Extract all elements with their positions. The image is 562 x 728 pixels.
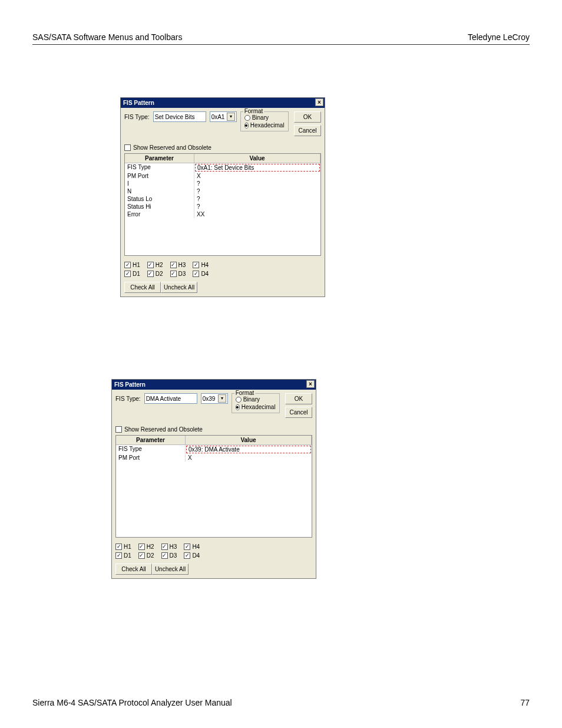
check-d4[interactable]: ✓D4 xyxy=(193,271,209,277)
check-all-button[interactable]: Check All xyxy=(115,564,152,575)
fis-hex-value: 0xA1 xyxy=(211,114,225,120)
show-reserved-label: Show Reserved and Obsolete xyxy=(124,426,203,433)
footer-right: 77 xyxy=(520,698,530,707)
check-h1[interactable]: ✓H1 xyxy=(115,543,131,550)
format-legend: Format xyxy=(234,390,256,396)
show-reserved-checkbox[interactable] xyxy=(124,144,131,151)
fis-pattern-dialog-2: FIS Pattern × FIS Type: DMA Activate 0x3… xyxy=(111,379,316,579)
cell-value: X xyxy=(194,172,320,180)
check-d2[interactable]: ✓D2 xyxy=(147,271,163,277)
ok-button[interactable]: OK xyxy=(294,111,321,123)
fis-type-combo[interactable]: Set Device Bits xyxy=(153,111,206,122)
cell-param: Status Lo xyxy=(125,195,194,203)
format-group: Format Binary Hexadecimal xyxy=(232,393,280,413)
table-row[interactable]: FIS Type0xA1: Set Device Bits xyxy=(125,163,320,172)
close-icon[interactable]: × xyxy=(315,98,323,106)
check-d3[interactable]: ✓D3 xyxy=(161,552,177,559)
fis-hex-combo[interactable]: 0xA1 ▾ xyxy=(210,111,237,122)
parameter-table: Parameter Value FIS Type0x39: DMA Activa… xyxy=(115,435,312,538)
cell-param: PM Port xyxy=(116,454,186,462)
cell-param: FIS Type xyxy=(116,445,186,454)
check-h1[interactable]: ✓H1 xyxy=(124,262,140,268)
cell-value: ? xyxy=(194,187,320,195)
check-h2[interactable]: ✓H2 xyxy=(138,543,154,550)
check-h3[interactable]: ✓H3 xyxy=(170,262,186,268)
radio-hex[interactable]: Hexadecimal xyxy=(236,404,276,410)
show-reserved-label: Show Reserved and Obsolete xyxy=(133,144,211,151)
check-h4[interactable]: ✓H4 xyxy=(193,262,209,268)
radio-hex[interactable]: Hexadecimal xyxy=(244,122,285,129)
fis-type-value: Set Device Bits xyxy=(155,114,195,120)
page-footer: Sierra M6-4 SAS/SATA Protocol Analyzer U… xyxy=(32,698,530,707)
titlebar: FIS Pattern × xyxy=(121,98,325,108)
cell-value: 0xA1: Set Device Bits xyxy=(195,164,320,172)
uncheck-all-button[interactable]: Uncheck All xyxy=(152,564,189,575)
col-parameter: Parameter xyxy=(116,436,186,444)
check-h2[interactable]: ✓H2 xyxy=(147,262,163,268)
check-d2[interactable]: ✓D2 xyxy=(138,552,154,559)
chevron-down-icon[interactable]: ▾ xyxy=(227,113,235,121)
fis-type-label: FIS Type: xyxy=(115,393,141,402)
radio-binary[interactable]: Binary xyxy=(236,396,276,403)
fis-hex-combo[interactable]: 0x39 ▾ xyxy=(201,393,228,404)
cell-param: Error xyxy=(125,210,194,218)
table-row[interactable]: PM PortX xyxy=(116,454,312,462)
header-right: Teledyne LeCroy xyxy=(468,32,530,42)
check-d3[interactable]: ✓D3 xyxy=(170,271,186,277)
parameter-table: Parameter Value FIS Type0xA1: Set Device… xyxy=(124,153,321,256)
table-row[interactable]: Status Hi? xyxy=(125,203,320,210)
fis-type-value: DMA Activate xyxy=(146,396,181,402)
cell-value: XX xyxy=(194,210,320,218)
cell-value: ? xyxy=(194,195,320,203)
table-row[interactable]: N? xyxy=(125,187,320,195)
titlebar: FIS Pattern × xyxy=(112,380,316,390)
chevron-down-icon[interactable]: ▾ xyxy=(218,394,226,403)
col-value: Value xyxy=(186,436,312,444)
table-row[interactable]: I? xyxy=(125,180,320,187)
table-row[interactable]: FIS Type0x39: DMA Activate xyxy=(116,445,312,454)
dialog-title: FIS Pattern xyxy=(123,100,154,106)
page-header: SAS/SATA Software Menus and Toolbars Tel… xyxy=(32,32,530,45)
check-d4[interactable]: ✓D4 xyxy=(184,552,200,559)
col-value: Value xyxy=(194,154,320,163)
cell-value: 0x39: DMA Activate xyxy=(186,446,311,453)
check-h3[interactable]: ✓H3 xyxy=(161,543,177,550)
format-legend: Format xyxy=(243,108,265,114)
uncheck-all-button[interactable]: Uncheck All xyxy=(161,282,197,293)
cell-param: Status Hi xyxy=(125,203,194,210)
table-row[interactable]: Status Lo? xyxy=(125,195,320,203)
fis-type-combo[interactable]: DMA Activate xyxy=(144,393,197,404)
cell-value: ? xyxy=(194,203,320,210)
close-icon[interactable]: × xyxy=(306,380,315,388)
cell-param: I xyxy=(125,180,194,187)
cell-param: N xyxy=(125,187,194,195)
header-left: SAS/SATA Software Menus and Toolbars xyxy=(32,32,182,42)
dialog-title: FIS Pattern xyxy=(114,381,146,388)
fis-hex-value: 0x39 xyxy=(203,396,216,402)
col-parameter: Parameter xyxy=(125,154,194,163)
table-row[interactable]: PM PortX xyxy=(125,172,320,180)
cell-value: X xyxy=(186,454,312,462)
cancel-button[interactable]: Cancel xyxy=(285,407,312,418)
show-reserved-checkbox[interactable] xyxy=(115,426,122,433)
cell-param: PM Port xyxy=(125,172,194,180)
ok-button[interactable]: OK xyxy=(285,393,312,404)
table-row[interactable]: ErrorXX xyxy=(125,210,320,218)
cell-param: FIS Type xyxy=(125,163,194,172)
check-h4[interactable]: ✓H4 xyxy=(184,543,200,550)
fis-pattern-dialog-1: FIS Pattern × FIS Type: Set Device Bits … xyxy=(120,97,325,297)
format-group: Format Binary Hexadecimal xyxy=(240,111,289,131)
fis-type-label: FIS Type: xyxy=(124,111,150,120)
check-d1[interactable]: ✓D1 xyxy=(124,271,140,277)
cell-value: ? xyxy=(194,180,320,187)
check-all-button[interactable]: Check All xyxy=(124,282,161,293)
radio-binary[interactable]: Binary xyxy=(244,114,285,121)
cancel-button[interactable]: Cancel xyxy=(294,125,321,136)
check-d1[interactable]: ✓D1 xyxy=(115,552,131,559)
footer-left: Sierra M6-4 SAS/SATA Protocol Analyzer U… xyxy=(32,698,232,707)
